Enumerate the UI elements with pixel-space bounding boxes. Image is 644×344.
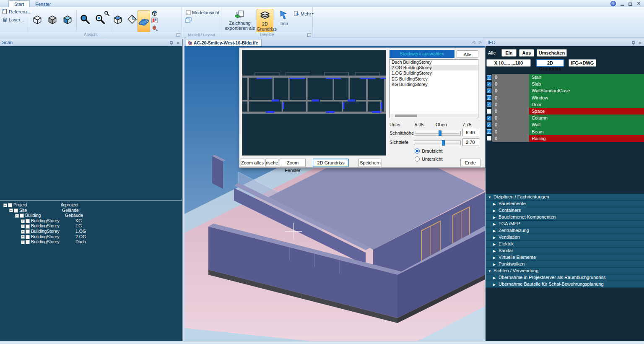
panel-close-icon[interactable]: ✕ bbox=[639, 40, 642, 47]
storey-item[interactable]: Dach BuildingStorey bbox=[390, 60, 478, 65]
grundriss-2d-dialog-button[interactable]: 2D Grundriss bbox=[313, 159, 349, 167]
umschalten-button[interactable]: Umschalten bbox=[537, 49, 567, 57]
layout-page-button[interactable] bbox=[151, 17, 158, 25]
expand-toggle[interactable]: + bbox=[21, 224, 25, 228]
mini-cube-button[interactable] bbox=[151, 10, 158, 17]
shaded-cube-button[interactable] bbox=[46, 12, 59, 26]
pan-hand-button[interactable] bbox=[151, 25, 158, 32]
floorplan-preview[interactable] bbox=[242, 50, 386, 156]
category-row[interactable]: ✓0Stair bbox=[486, 74, 644, 81]
tree-section-header[interactable]: ▼Diziplinen / Fachrichtungen bbox=[486, 194, 644, 201]
untersicht-radio[interactable]: Untersicht bbox=[415, 156, 443, 162]
tree-item[interactable]: ▶Elektrik bbox=[486, 241, 644, 248]
tree-row[interactable]: +BuildingStoreyDach bbox=[0, 239, 182, 245]
storey-item[interactable]: KG BuildingStorey bbox=[390, 82, 478, 87]
tree-checkbox[interactable] bbox=[8, 203, 12, 207]
expand-toggle[interactable]: + bbox=[21, 240, 25, 244]
tab-nav-left-icon[interactable]: ◁ bbox=[472, 40, 475, 44]
zoom-fenster-button[interactable]: Zoom Fenster bbox=[280, 159, 306, 167]
tree-checkbox[interactable] bbox=[26, 229, 30, 234]
slider-thumb[interactable] bbox=[442, 140, 445, 146]
sichttiefe-value-field[interactable]: 2.70 bbox=[462, 138, 479, 146]
expand-toggle[interactable]: + bbox=[21, 219, 25, 223]
sichttiefe-slider[interactable] bbox=[414, 141, 461, 145]
tree-item[interactable]: ▶TGA /MEP bbox=[486, 221, 644, 227]
category-row[interactable]: ✓0Window bbox=[486, 94, 644, 101]
minimize-button[interactable] bbox=[621, 5, 624, 6]
tree-item[interactable]: ▶Sanitär bbox=[486, 248, 644, 254]
category-row[interactable]: ✓0Beam bbox=[486, 128, 644, 135]
zoom-alles-button[interactable]: Zoom alles bbox=[241, 159, 264, 167]
view-cube-button[interactable] bbox=[112, 12, 124, 26]
close-button[interactable]: ✕ bbox=[637, 1, 641, 6]
storey-item[interactable]: 1.OG BuildingStorey bbox=[390, 70, 478, 76]
scan-panel-body[interactable]: −Projectifcproject −SiteGelände −Buildin… bbox=[0, 46, 182, 341]
category-row[interactable]: 0Space bbox=[486, 108, 644, 115]
tree-checkbox[interactable] bbox=[20, 214, 24, 218]
referenz-button[interactable]: Referenz... bbox=[1, 8, 31, 15]
pin-icon[interactable] bbox=[631, 41, 635, 46]
draufsicht-radio[interactable]: Draufsicht bbox=[415, 149, 443, 154]
listbox-scrollbar[interactable] bbox=[390, 114, 478, 118]
grafische-ansicht-button[interactable]: rische , bbox=[265, 159, 278, 167]
tree-checkbox[interactable] bbox=[26, 235, 30, 239]
model-viewport-3d[interactable]: Stockwerk auswählen Alle Dach BuildingSt… bbox=[184, 46, 485, 341]
tree-item[interactable]: ▶Virtuelle Elemente bbox=[486, 254, 644, 261]
tree-item[interactable]: ▶Punktwolken bbox=[486, 261, 644, 268]
ribbon-tab-start[interactable]: Start bbox=[8, 0, 30, 7]
info-icon[interactable]: i bbox=[610, 1, 616, 6]
storey-item-selected[interactable]: 2.OG BuildingStorey bbox=[390, 65, 478, 70]
tree-checkbox[interactable] bbox=[26, 219, 30, 223]
tree-item[interactable]: ▶Containers bbox=[486, 207, 644, 214]
category-checkbox[interactable]: ✓ bbox=[487, 89, 491, 93]
ende-button[interactable]: Ende bbox=[460, 159, 480, 167]
orbit-button[interactable] bbox=[138, 10, 150, 34]
category-checkbox[interactable]: ✓ bbox=[487, 102, 491, 107]
category-row[interactable]: ✓0Wall bbox=[486, 121, 644, 128]
speichern-button[interactable]: Speichern bbox=[358, 159, 382, 167]
wireframe-cube-button[interactable] bbox=[31, 12, 44, 26]
expand-toggle[interactable]: + bbox=[21, 230, 25, 234]
category-checkbox[interactable] bbox=[487, 136, 491, 141]
ein-button[interactable]: Ein bbox=[501, 49, 517, 57]
collapse-toggle[interactable]: − bbox=[9, 208, 13, 212]
category-checkbox[interactable]: ✓ bbox=[487, 95, 491, 100]
tree-row[interactable]: −Projectifcproject bbox=[0, 202, 182, 208]
category-checkbox[interactable]: ✓ bbox=[487, 122, 491, 127]
alle-button[interactable]: Alle bbox=[457, 50, 478, 58]
tab-nav-right-icon[interactable]: ▷ bbox=[479, 40, 482, 44]
tree-checkbox[interactable] bbox=[26, 224, 30, 229]
category-checkbox[interactable] bbox=[487, 109, 491, 114]
aus-button[interactable]: Aus bbox=[519, 49, 534, 57]
storey-item[interactable]: EG BuildingStorey bbox=[390, 76, 478, 82]
slider-thumb[interactable] bbox=[439, 130, 441, 136]
ribbon-tab-fenster[interactable]: Fenster bbox=[30, 1, 56, 7]
zoom-previous-button[interactable] bbox=[103, 10, 111, 17]
layer-button[interactable]: Layer... bbox=[1, 16, 31, 23]
category-row[interactable]: ✓0Column bbox=[486, 115, 644, 121]
mehr-button[interactable]: Mehr ▾ bbox=[293, 10, 314, 17]
tree-section-header[interactable]: ▼Sichten / Verwendung bbox=[486, 268, 644, 274]
tree-item[interactable]: ▶Übernahme Bauteile für Schal-Bewehrungs… bbox=[486, 281, 644, 288]
tree-row[interactable]: +BuildingStoreyEG bbox=[0, 223, 182, 229]
stockwerk-header-button[interactable]: Stockwerk auswählen bbox=[390, 50, 454, 58]
tree-checkbox[interactable] bbox=[26, 240, 30, 244]
storey-listbox[interactable]: Dach BuildingStorey 2.OG BuildingStorey … bbox=[390, 59, 478, 118]
category-checkbox[interactable]: ✓ bbox=[487, 129, 491, 134]
expand-toggle[interactable]: + bbox=[21, 235, 25, 239]
schnitthoehe-value-field[interactable]: 6.40 bbox=[462, 129, 479, 136]
layout-list-button[interactable] bbox=[185, 17, 192, 24]
category-checkbox[interactable]: ✓ bbox=[487, 116, 491, 120]
isometric-view-button[interactable] bbox=[126, 12, 138, 26]
collapse-toggle[interactable]: − bbox=[15, 214, 19, 218]
maximize-button[interactable] bbox=[628, 3, 632, 6]
tree-item[interactable]: ▶Bauelemente bbox=[486, 201, 644, 207]
category-row[interactable]: ✓0WallStandardCase bbox=[486, 87, 644, 94]
tree-item[interactable]: ▶Ventilation bbox=[486, 234, 644, 241]
rendered-cube-button[interactable] bbox=[61, 12, 74, 26]
tree-row[interactable]: +BuildingStorey1.OG bbox=[0, 229, 182, 234]
category-checkbox[interactable]: ✓ bbox=[487, 82, 491, 86]
tree-row[interactable]: +BuildingStoreyKG bbox=[0, 218, 182, 224]
category-row[interactable]: ✓0Slab bbox=[486, 81, 644, 87]
ansicht-dialog-launcher-icon[interactable]: ◿ bbox=[177, 33, 180, 37]
